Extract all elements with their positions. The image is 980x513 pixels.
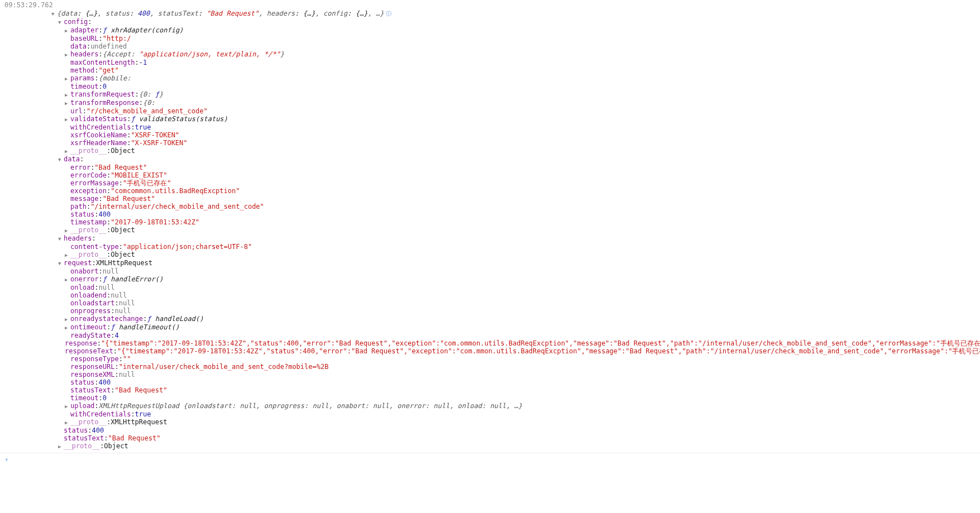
root-object-row[interactable]: ▼ {data: {…}, status: 400, statusText: "… [51, 9, 980, 18]
data-row[interactable]: ▼ data: [51, 155, 980, 164]
maxcontentlength-value: -1 [139, 59, 147, 66]
root-proto-row[interactable]: ▶__proto__: Object [51, 442, 980, 450]
errormassage-row[interactable]: errorMassage: "手机号已存在" [51, 179, 980, 187]
request-status-row[interactable]: status: 400 [51, 378, 980, 386]
expand-arrow-right-icon[interactable]: ▶ [65, 27, 70, 35]
expand-arrow-right-icon[interactable]: ▶ [65, 99, 70, 107]
errormassage-value: "手机号已存在" [123, 179, 171, 187]
preview-status-key: status [106, 9, 130, 17]
xsrfcookiename-row[interactable]: xsrfCookieName: "XSRF-TOKEN" [51, 131, 980, 139]
request-timeout-value: 0 [103, 394, 107, 402]
preview-headers-val: {…} [303, 9, 315, 17]
expand-arrow-right-icon[interactable]: ▶ [65, 91, 70, 99]
responsetext-row[interactable]: responseText: "{"timestamp":"2017-09-18T… [51, 347, 980, 355]
adapter-fn: xhrAdapter(config) [111, 26, 183, 34]
ontimeout-row[interactable]: ▶ontimeout: ƒ handleTimeout() [51, 323, 980, 332]
onreadystatechange-row[interactable]: ▶onreadystatechange: ƒ handleLoad() [51, 315, 980, 323]
maxcontentlength-row[interactable]: maxContentLength: -1 [51, 59, 980, 66]
validatestatus-row[interactable]: ▶validateStatus: ƒ validateStatus(status… [51, 115, 980, 123]
responseurl-row[interactable]: responseURL: " internal/user/check_mobil… [51, 363, 980, 371]
xsrfcookiename-value: "XSRF-TOKEN" [131, 131, 179, 139]
data-error-row[interactable]: error: "Bad Request" [51, 164, 980, 171]
config-row[interactable]: ▼ config: [51, 18, 980, 26]
config-proto-row[interactable]: ▶__proto__: Object [51, 147, 980, 155]
upload-row[interactable]: ▶upload: XMLHttpRequestUpload {onloadsta… [51, 402, 980, 410]
request-statustext-row[interactable]: statusText: "Bad Request" [51, 386, 980, 394]
request-proto-row[interactable]: ▶__proto__: XMLHttpRequest [51, 418, 980, 426]
params-row[interactable]: ▶params: {mobile: [51, 74, 980, 83]
path-value: "/internal/user/check_mobile_and_sent_co… [90, 203, 264, 210]
expand-arrow-right-icon[interactable]: ▶ [65, 251, 70, 259]
data-timestamp-row[interactable]: timestamp: "2017-09-18T01:53:42Z" [51, 218, 980, 226]
data-status-value: 400 [99, 210, 111, 218]
onloadend-value: null [111, 291, 127, 299]
url-row[interactable]: url: " r/check_mobile_and_sent_code" [51, 107, 980, 115]
responsetext-value-2: mmon.utils.BadReqExcption","message":"Ba… [476, 347, 980, 355]
request-row[interactable]: ▼ request: XMLHttpRequest [51, 259, 980, 267]
expand-arrow-right-icon[interactable]: ▶ [65, 116, 70, 123]
headers-key: headers [64, 234, 92, 242]
preview-config-key: config [323, 9, 347, 17]
console-prompt[interactable]: › [0, 453, 980, 466]
onloadstart-row[interactable]: onloadstart: null [51, 299, 980, 307]
onprogress-row[interactable]: onprogress: null [51, 307, 980, 315]
expand-arrow-right-icon[interactable]: ▶ [65, 51, 70, 59]
config-timeout-row[interactable]: timeout: 0 [51, 83, 980, 90]
root-proto-value: Object [104, 442, 128, 450]
readystate-row[interactable]: readyState: 4 [51, 332, 980, 339]
data-timestamp-value: "2017-09-18T01:53:42Z" [111, 218, 199, 226]
request-type: XMLHttpRequest [96, 259, 152, 267]
expand-arrow-right-icon[interactable]: ▶ [65, 147, 70, 155]
withcredentials-row[interactable]: withCredentials: true [51, 123, 980, 131]
baseurl-row[interactable]: baseURL: "http:/ [51, 35, 980, 42]
onloadend-row[interactable]: onloadend: null [51, 291, 980, 299]
transformresponse-row[interactable]: ▶transformResponse: {0: [51, 99, 980, 107]
method-row[interactable]: method: "get" [51, 66, 980, 74]
responsexml-row[interactable]: responseXML: null [51, 371, 980, 378]
data-proto-row[interactable]: ▶__proto__: Object [51, 226, 980, 234]
content-type-row[interactable]: content-type: "application/json;charset=… [51, 243, 980, 251]
root-statustext-row[interactable]: statusText: "Bad Request" [51, 434, 980, 442]
path-row[interactable]: path: "/internal/user/check_mobile_and_s… [51, 203, 980, 210]
data-status-row[interactable]: status: 400 [51, 210, 980, 218]
expand-arrow-right-icon[interactable]: ▶ [65, 75, 70, 83]
preview-data-key: data [61, 9, 77, 17]
transformresponse-value: {0: [143, 99, 155, 107]
expand-arrow-down-icon[interactable]: ▼ [58, 156, 64, 164]
info-icon[interactable]: ⓘ [386, 10, 393, 17]
expand-arrow-right-icon[interactable]: ▶ [65, 419, 70, 426]
adapter-row[interactable]: ▶adapter: ƒ xhrAdapter(config) [51, 26, 980, 35]
preview-config-val: {…} [356, 9, 368, 17]
errorcode-row[interactable]: errorCode: "MOBILE_EXIST" [51, 171, 980, 179]
expand-arrow-right-icon[interactable]: ▶ [65, 276, 70, 284]
transformrequest-row[interactable]: ▶transformRequest: {0: ƒ} [51, 90, 980, 99]
expand-arrow-down-icon[interactable]: ▼ [58, 235, 64, 243]
data-key: data [64, 155, 80, 163]
log-timestamp: 09:53:29.762 [0, 1, 980, 9]
onabort-row[interactable]: onabort: null [51, 267, 980, 275]
data-message-row[interactable]: message: "Bad Request" [51, 195, 980, 203]
responsetype-row[interactable]: responseType: "" [51, 355, 980, 363]
headers-row[interactable]: ▼ headers: [51, 234, 980, 243]
headers-proto-row[interactable]: ▶__proto__: Object [51, 251, 980, 259]
expand-arrow-down-icon[interactable]: ▼ [58, 18, 64, 26]
request-timeout-row[interactable]: timeout: 0 [51, 394, 980, 402]
expand-arrow-right-icon[interactable]: ▶ [65, 315, 70, 323]
onload-row[interactable]: onload: null [51, 284, 980, 291]
exception-row[interactable]: exception: "com common.utils.BadReqExcpt… [51, 187, 980, 195]
expand-arrow-right-icon[interactable]: ▶ [58, 443, 64, 450]
onerror-row[interactable]: ▶onerror: ƒ handleError() [51, 275, 980, 284]
xsrfheadername-row[interactable]: xsrfHeaderName: "X-XSRF-TOKEN" [51, 139, 980, 147]
expand-arrow-down-icon[interactable]: ▼ [58, 260, 64, 267]
request-withcredentials-row[interactable]: withCredentials: true [51, 410, 980, 418]
root-status-row[interactable]: status: 400 [51, 426, 980, 434]
expand-arrow-right-icon[interactable]: ▶ [65, 324, 70, 332]
config-data-row[interactable]: data: undefined [51, 42, 980, 50]
expand-arrow-right-icon[interactable]: ▶ [65, 402, 70, 410]
request-withcredentials-value: true [135, 410, 151, 418]
expand-arrow-right-icon[interactable]: ▶ [65, 227, 70, 234]
config-headers-row[interactable]: ▶headers: {Accept: "application/json, te… [51, 50, 980, 59]
expand-arrow-down-icon[interactable]: ▼ [51, 10, 57, 18]
xsrfheadername-value: "X-XSRF-TOKEN" [131, 139, 187, 147]
response-row[interactable]: response: "{"timestamp":"2017-09-18T01:5… [51, 339, 980, 347]
